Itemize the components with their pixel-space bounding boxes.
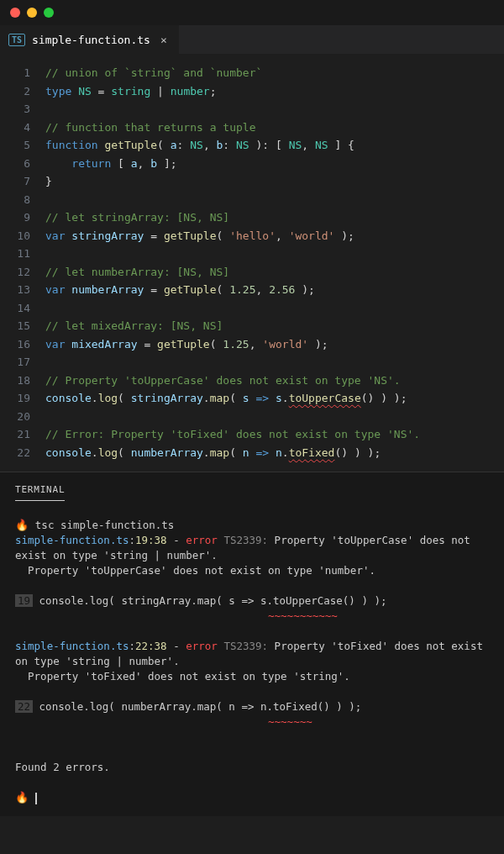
close-tab-icon[interactable]: × bbox=[157, 34, 171, 46]
code-content[interactable]: console.log( numberArray.map( n => n.toF… bbox=[45, 444, 504, 462]
terminal-tab[interactable]: TERMINAL bbox=[15, 484, 65, 501]
ts-file-icon: TS bbox=[8, 34, 25, 46]
line-number: 15 bbox=[0, 317, 45, 335]
tab-label: simple-function.ts bbox=[32, 34, 150, 46]
line-number: 10 bbox=[0, 227, 45, 245]
code-content[interactable]: var mixedArray = getTuple( 1.25, 'world'… bbox=[45, 335, 504, 354]
line-number: 3 bbox=[0, 100, 45, 119]
code-content[interactable]: // function that returns a tuple bbox=[45, 119, 504, 137]
line-number: 7 bbox=[0, 172, 45, 191]
code-line[interactable]: 6 return [ a, b ]; bbox=[0, 155, 504, 173]
code-line[interactable]: 17 bbox=[0, 353, 504, 372]
code-line[interactable]: 16var mixedArray = getTuple( 1.25, 'worl… bbox=[0, 335, 504, 354]
code-line[interactable]: 3 bbox=[0, 100, 504, 119]
code-line[interactable]: 10var stringArray = getTuple( 'hello', '… bbox=[0, 227, 504, 245]
terminal-tabs: TERMINAL bbox=[15, 484, 489, 501]
code-line[interactable]: 4// function that returns a tuple bbox=[0, 119, 504, 137]
line-number: 14 bbox=[0, 299, 45, 318]
line-number: 12 bbox=[0, 263, 45, 282]
code-editor[interactable]: 1// union of `string` and `number`2type … bbox=[0, 54, 504, 472]
code-content[interactable]: var stringArray = getTuple( 'hello', 'wo… bbox=[45, 227, 504, 245]
code-content[interactable]: return [ a, b ]; bbox=[45, 155, 504, 173]
code-line[interactable]: 20 bbox=[0, 408, 504, 426]
maximize-window-icon[interactable] bbox=[44, 8, 54, 18]
code-line[interactable]: 11 bbox=[0, 245, 504, 263]
terminal-panel: TERMINAL 🔥 tsc simple-function.ts simple… bbox=[0, 472, 504, 816]
code-line[interactable]: 8 bbox=[0, 191, 504, 209]
code-line[interactable]: 22console.log( numberArray.map( n => n.t… bbox=[0, 444, 504, 462]
line-number: 1 bbox=[0, 64, 45, 82]
code-content[interactable]: // Error: Property 'toFixed' does not ex… bbox=[45, 425, 504, 444]
code-line[interactable]: 21// Error: Property 'toFixed' does not … bbox=[0, 425, 504, 444]
code-content[interactable]: type NS = string | number; bbox=[45, 82, 504, 101]
code-content[interactable]: // union of `string` and `number` bbox=[45, 64, 504, 82]
code-content[interactable]: var numberArray = getTuple( 1.25, 2.56 )… bbox=[45, 281, 504, 299]
tab-simple-function[interactable]: TS simple-function.ts × bbox=[0, 25, 179, 54]
line-number: 18 bbox=[0, 372, 45, 390]
code-line[interactable]: 15// let mixedArray: [NS, NS] bbox=[0, 317, 504, 335]
minimize-window-icon[interactable] bbox=[27, 8, 37, 18]
line-number: 8 bbox=[0, 191, 45, 209]
line-number: 4 bbox=[0, 119, 45, 137]
code-line[interactable]: 7} bbox=[0, 172, 504, 191]
code-line[interactable]: 14 bbox=[0, 299, 504, 318]
code-line[interactable]: 13var numberArray = getTuple( 1.25, 2.56… bbox=[0, 281, 504, 299]
code-content[interactable]: // let mixedArray: [NS, NS] bbox=[45, 317, 504, 335]
line-number: 20 bbox=[0, 408, 45, 426]
code-line[interactable]: 18// Property 'toUpperCase' does not exi… bbox=[0, 372, 504, 390]
code-line[interactable]: 2type NS = string | number; bbox=[0, 82, 504, 101]
line-number: 21 bbox=[0, 425, 45, 444]
code-line[interactable]: 5function getTuple( a: NS, b: NS ): [ NS… bbox=[0, 136, 504, 155]
line-number: 11 bbox=[0, 245, 45, 263]
code-content[interactable]: // Property 'toUpperCase' does not exist… bbox=[45, 372, 504, 390]
code-content[interactable]: // let numberArray: [NS, NS] bbox=[45, 263, 504, 282]
line-number: 16 bbox=[0, 335, 45, 354]
code-content[interactable]: } bbox=[45, 172, 504, 191]
line-number: 2 bbox=[0, 82, 45, 101]
close-window-icon[interactable] bbox=[10, 8, 20, 18]
code-line[interactable]: 1// union of `string` and `number` bbox=[0, 64, 504, 82]
line-number: 22 bbox=[0, 444, 45, 462]
line-number: 17 bbox=[0, 353, 45, 372]
line-number: 19 bbox=[0, 389, 45, 408]
code-line[interactable]: 12// let numberArray: [NS, NS] bbox=[0, 263, 504, 282]
tabbar: TS simple-function.ts × bbox=[0, 25, 504, 54]
titlebar bbox=[0, 0, 504, 25]
line-number: 5 bbox=[0, 136, 45, 155]
code-line[interactable]: 9// let stringArray: [NS, NS] bbox=[0, 208, 504, 227]
terminal-output[interactable]: 🔥 tsc simple-function.ts simple-function… bbox=[15, 518, 489, 805]
line-number: 9 bbox=[0, 208, 45, 227]
code-content[interactable]: // let stringArray: [NS, NS] bbox=[45, 208, 504, 227]
code-line[interactable]: 19console.log( stringArray.map( s => s.t… bbox=[0, 389, 504, 408]
code-content[interactable]: console.log( stringArray.map( s => s.toU… bbox=[45, 389, 504, 408]
line-number: 6 bbox=[0, 155, 45, 173]
code-content[interactable]: function getTuple( a: NS, b: NS ): [ NS,… bbox=[45, 136, 504, 155]
line-number: 13 bbox=[0, 281, 45, 299]
